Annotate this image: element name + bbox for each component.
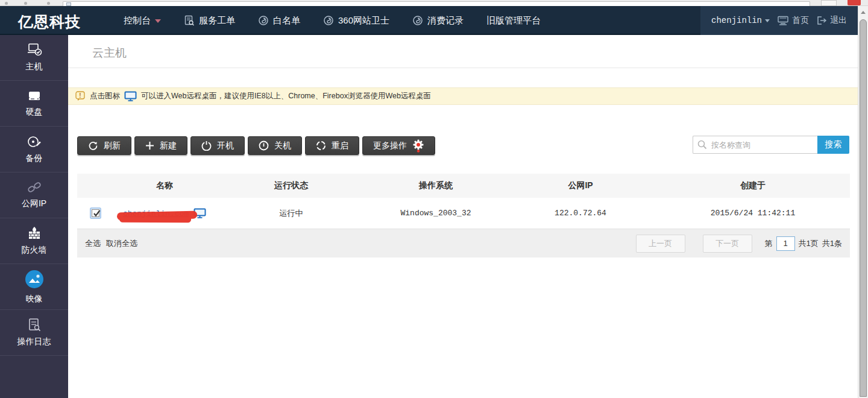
browser-close-button[interactable]: [848, 0, 861, 5]
pagination: 上一页 下一页 第 共1页 共1条: [636, 235, 842, 253]
username-label: chenjinlin: [711, 16, 762, 25]
top-nav-menu: 控制台 服务工单 白名单 360网站卫士: [124, 6, 541, 35]
nav-item-service-ticket[interactable]: 服务工单: [184, 15, 235, 27]
nav-item-label: 服务工单: [199, 15, 235, 27]
top-navbar: 亿恩科技 控制台 服务工单 白名单: [0, 6, 858, 35]
host-laptop-icon: [26, 43, 43, 57]
search-input[interactable]: [693, 136, 817, 154]
page-prefix-label: 第: [765, 238, 773, 249]
vertical-scrollbar[interactable]: [858, 6, 868, 398]
log-document-icon: [27, 318, 42, 332]
image-icon: [24, 269, 45, 289]
search-button[interactable]: 搜索: [817, 136, 849, 154]
refresh-button[interactable]: 刷新: [77, 136, 131, 155]
logout-label: 退出: [830, 15, 847, 26]
power-on-button[interactable]: 开机: [190, 136, 245, 155]
scrollbar-thumb[interactable]: [860, 19, 867, 397]
sidebar-item-label: 公网IP: [22, 198, 46, 209]
restart-icon: [316, 141, 326, 151]
create-button[interactable]: 新建: [134, 136, 187, 155]
sidebar-item-label: 硬盘: [26, 107, 43, 118]
nav-item-label: 360网站卫士: [338, 15, 389, 27]
sidebar-item-firewall[interactable]: 防火墙: [0, 218, 68, 264]
plus-icon: [145, 141, 154, 150]
restart-button[interactable]: 重启: [305, 136, 359, 155]
sidebar-item-disk[interactable]: 硬盘: [0, 81, 68, 127]
bookmark-star-icon[interactable]: [821, 0, 837, 6]
search-bar: 搜索: [693, 136, 849, 154]
nav-item-console[interactable]: 控制台: [124, 15, 161, 27]
browser-button-sliver: [24, 2, 27, 5]
item-total-label: 共1条: [822, 238, 842, 249]
chevron-down-icon: [765, 19, 770, 22]
nav-item-label: 白名单: [273, 15, 300, 27]
nav-item-360-guard[interactable]: 360网站卫士: [323, 15, 389, 27]
redaction-scribble: [117, 210, 197, 220]
button-label: 重启: [332, 141, 348, 151]
row-checkbox-cell: [77, 198, 113, 229]
logout-door-icon: [816, 16, 827, 25]
row-os-cell: Windows_2003_32: [366, 198, 505, 229]
row-checkbox[interactable]: [90, 207, 101, 219]
refresh-icon: [88, 141, 98, 151]
user-area: chenjinlin 首页 退出: [700, 6, 858, 35]
gear-settings-icon: [412, 139, 424, 153]
more-actions-button[interactable]: 更多操作: [362, 136, 435, 155]
page-total-label: 共1页: [799, 238, 819, 249]
button-label: 更多操作: [373, 141, 407, 151]
main-content: 云主机 ! 点击图标 可以进入Web远程桌面，建议使用IE8以上、Chrome、…: [68, 35, 858, 398]
checkmark-icon: [92, 209, 101, 218]
link-chain-icon: [27, 181, 42, 194]
sidebar-item-backup[interactable]: 备份: [0, 127, 68, 172]
sidebar-item-public-ip[interactable]: 公网IP: [0, 172, 68, 218]
ticket-document-icon: [184, 15, 195, 26]
page-number-input[interactable]: [776, 236, 795, 251]
notice-text-suffix: 可以进入Web远程桌面，建议使用IE8以上、Chrome、Firebox浏览器使…: [141, 91, 431, 101]
sidebar-item-operation-log[interactable]: 操作日志: [0, 310, 68, 356]
svg-text:!: !: [79, 92, 81, 99]
row-name-cell: chenjinlin.com: [113, 198, 216, 229]
toolbar: 刷新 新建 开机 关机 重启: [77, 136, 435, 155]
column-header-status: 运行状态: [216, 174, 366, 198]
row-created-cell: 2015/6/24 11:42:11: [656, 198, 850, 229]
row-ip-cell: 122.0.72.64: [505, 198, 656, 229]
button-label: 开机: [217, 141, 234, 151]
sidebar-item-label: 主机: [26, 62, 43, 72]
column-header-name: 名称: [113, 174, 216, 198]
table-footer: 全选 取消全选 上一页 下一页 第 共1页 共1条: [77, 229, 850, 257]
row-status-cell: 运行中: [216, 198, 366, 229]
title-divider: [68, 68, 858, 68]
table-row: chenjinlin.com 运行中 Windows_2003_32 122.0…: [77, 198, 850, 229]
power-on-icon: [201, 141, 212, 151]
nav-item-label: 旧版管理平台: [486, 15, 541, 27]
prev-page-button[interactable]: 上一页: [636, 235, 685, 253]
shutdown-icon: [259, 141, 269, 151]
nav-item-legacy-platform[interactable]: 旧版管理平台: [486, 15, 541, 27]
warning-icon: !: [75, 91, 86, 101]
nav-item-label: 消费记录: [427, 15, 464, 27]
nav-item-consumption-records[interactable]: 消费记录: [412, 15, 464, 27]
logout-link[interactable]: 退出: [816, 15, 847, 26]
shutdown-button[interactable]: 关机: [248, 136, 302, 155]
select-all-link[interactable]: 全选: [85, 238, 101, 249]
nav-item-whitelist[interactable]: 白名单: [258, 15, 300, 27]
sidebar-item-host[interactable]: 主机: [0, 35, 68, 81]
next-page-button[interactable]: 下一页: [703, 235, 752, 253]
sidebar-item-label: 备份: [26, 153, 43, 164]
sidebar-item-label: 防火墙: [22, 245, 47, 256]
sidebar-item-image[interactable]: 映像: [0, 264, 68, 310]
home-link[interactable]: 首页: [777, 15, 809, 26]
browser-button-sliver: [47, 2, 50, 5]
sidebar-item-label: 操作日志: [17, 336, 51, 347]
user-menu[interactable]: chenjinlin: [711, 16, 770, 25]
vm-table: 名称 运行状态 操作系统 公网IP 创建于: [77, 174, 850, 229]
deselect-all-link[interactable]: 取消全选: [106, 238, 137, 249]
sidebar: 主机 硬盘 备份 公网IP: [0, 35, 68, 398]
button-label: 刷新: [104, 141, 121, 151]
scroll-up-arrow-icon[interactable]: [861, 11, 866, 14]
notice-bar: ! 点击图标 可以进入Web远程桌面，建议使用IE8以上、Chrome、Fire…: [68, 87, 858, 105]
records-icon: [412, 15, 423, 26]
desktop-home-icon: [777, 16, 789, 25]
address-bar-sliver: [63, 1, 810, 6]
remote-desktop-monitor-icon[interactable]: [124, 91, 137, 101]
